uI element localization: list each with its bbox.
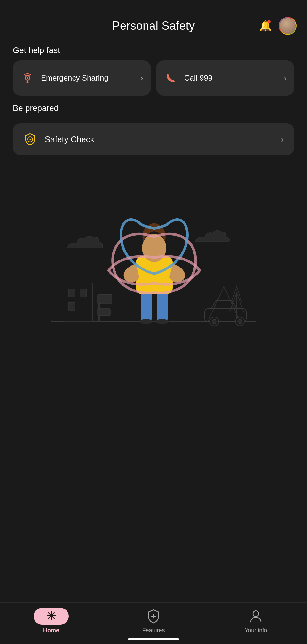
emergency-sharing-card[interactable]: Emergency Sharing ›: [13, 60, 151, 96]
safety-check-text: Safety Check: [45, 135, 94, 144]
phone-icon: [164, 71, 178, 85]
notifications-button[interactable]: 🔔: [258, 19, 272, 33]
page-title: Personal Safety: [112, 19, 195, 33]
svg-rect-17: [98, 309, 110, 316]
location-wifi-icon: [20, 71, 35, 85]
your-info-label: Your info: [245, 627, 267, 634]
home-label: Home: [43, 627, 59, 634]
safety-check-chevron: ›: [281, 135, 284, 144]
user-avatar[interactable]: [279, 17, 297, 35]
home-pill: ✳: [34, 608, 69, 625]
emergency-sharing-chevron: ›: [140, 73, 143, 83]
nav-item-home[interactable]: ✳ Home: [0, 608, 102, 634]
shield-clock-icon: [23, 132, 37, 146]
hero-illustration: [42, 175, 265, 353]
be-prepared-label: Be prepared: [0, 96, 307, 118]
svg-point-27: [156, 319, 169, 324]
safety-check-card[interactable]: Safety Check ›: [13, 123, 294, 155]
call-999-text: Call 999: [184, 73, 212, 83]
get-help-fast-label: Get help fast: [0, 38, 307, 60]
svg-rect-12: [69, 302, 75, 310]
svg-point-7: [30, 139, 31, 140]
svg-rect-16: [98, 294, 112, 303]
svg-point-3: [26, 82, 29, 83]
call-999-card[interactable]: Call 999 ›: [156, 60, 294, 96]
svg-rect-9: [64, 283, 93, 322]
shield-plus-icon: [145, 608, 162, 625]
call-999-chevron: ›: [284, 73, 287, 83]
get-help-cards: Emergency Sharing › Call 999 ›: [0, 60, 307, 96]
nav-item-your-info[interactable]: Your info: [205, 608, 307, 634]
svg-point-1: [27, 77, 28, 79]
person-icon: [248, 608, 264, 625]
asterisk-icon: ✳: [46, 609, 56, 623]
illustration-area: [0, 168, 307, 360]
status-bar: [0, 0, 307, 14]
bottom-navigation: ✳ Home Features Your info: [0, 602, 307, 644]
svg-point-21: [212, 319, 216, 324]
app-header: Personal Safety 🔔: [0, 14, 307, 38]
nav-item-features[interactable]: Features: [102, 608, 205, 634]
emergency-sharing-text: Emergency Sharing: [41, 73, 108, 83]
svg-point-23: [238, 319, 242, 324]
svg-rect-10: [69, 289, 75, 297]
svg-rect-11: [80, 289, 86, 297]
svg-point-32: [253, 611, 259, 617]
svg-point-26: [140, 319, 153, 324]
header-icons: 🔔: [258, 17, 297, 35]
features-label: Features: [142, 627, 165, 634]
notification-badge: [267, 20, 271, 23]
home-indicator: [128, 638, 179, 640]
